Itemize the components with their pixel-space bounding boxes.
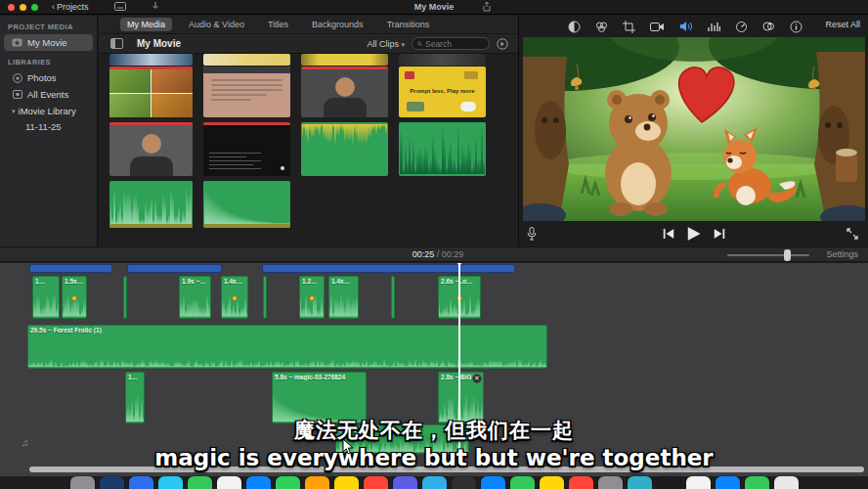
dock-app-icon[interactable]: [540, 476, 564, 489]
dock-app-icon[interactable]: [628, 476, 652, 489]
share-icon[interactable]: [483, 2, 491, 14]
stabilization-icon[interactable]: [650, 22, 665, 32]
dock-app-icon[interactable]: [481, 476, 505, 489]
playhead-marker[interactable]: [455, 263, 464, 266]
dock-app-icon[interactable]: [100, 476, 124, 489]
clip-filter-icon[interactable]: [762, 21, 775, 32]
dock-app-icon[interactable]: [745, 476, 769, 489]
sidebar-item-photos[interactable]: Photos: [0, 69, 97, 86]
media-thumbnail-presenter[interactable]: [301, 67, 388, 117]
all-events-icon: [12, 90, 22, 99]
media-thumbnail-prompt-card[interactable]: Prompt less, Play more: [399, 67, 486, 117]
title-bar-clip[interactable]: [127, 264, 222, 273]
dock-app-icon[interactable]: [452, 476, 476, 489]
clip-filter-dropdown[interactable]: All Clips ▾: [367, 39, 405, 49]
dock-app-icon[interactable]: [393, 476, 417, 489]
media-thumbnail-cartoon-grid[interactable]: [109, 67, 193, 117]
dock-app-icon[interactable]: [305, 476, 329, 489]
import-media-icon[interactable]: [114, 2, 126, 13]
media-thumbnail-audio[interactable]: [399, 122, 486, 176]
media-thumbnail[interactable]: [109, 54, 193, 66]
media-thumbnail-screen-recording[interactable]: [203, 122, 290, 176]
dock-app-icon[interactable]: [246, 476, 271, 489]
dock-app-icon[interactable]: [716, 476, 740, 489]
timeline-clip[interactable]: 29.5s ~ Forest Frolic (1): [27, 325, 547, 369]
sidebar-toggle-icon[interactable]: [110, 38, 123, 49]
timeline-clip[interactable]: 1.5s…: [62, 276, 87, 319]
tab-transitions[interactable]: Transitions: [380, 18, 437, 31]
dock-app-icon[interactable]: [158, 476, 183, 489]
dock-app-icon[interactable]: [686, 476, 711, 489]
media-thumbnail[interactable]: [301, 54, 388, 66]
media-thumbnail-audio[interactable]: [109, 181, 193, 228]
media-thumbnail[interactable]: [203, 54, 290, 66]
skim-playback-icon[interactable]: [497, 38, 508, 50]
minimize-window-button[interactable]: [20, 4, 26, 11]
timeline-settings-button[interactable]: Settings: [826, 249, 858, 259]
dock-app-icon[interactable]: [217, 476, 241, 489]
sidebar-item-my-movie[interactable]: My Movie: [4, 34, 93, 51]
code-text-lines: [203, 150, 290, 169]
reset-all-button[interactable]: Reset All: [825, 20, 860, 29]
download-arrow-icon[interactable]: [152, 2, 159, 13]
timeline-clip[interactable]: 1.2…: [299, 276, 325, 319]
dock-app-icon[interactable]: [276, 476, 300, 489]
dock-app-icon[interactable]: [657, 476, 681, 489]
media-thumbnail-audio[interactable]: [301, 122, 388, 176]
speed-icon[interactable]: [735, 21, 748, 32]
timeline-clip[interactable]: 1.4s…: [221, 276, 248, 319]
dock-app-icon[interactable]: [774, 476, 799, 489]
title-bar-clip[interactable]: [262, 264, 515, 273]
dock-app-icon[interactable]: [422, 476, 447, 489]
timeline-clip[interactable]: [263, 276, 267, 319]
media-thumbnail-presenter[interactable]: [109, 122, 193, 176]
timeline-clip[interactable]: 1.9s ~…: [179, 276, 211, 319]
dock-app-icon[interactable]: [510, 476, 535, 489]
tab-backgrounds[interactable]: Backgrounds: [305, 18, 370, 31]
timeline-clip[interactable]: [391, 276, 395, 319]
timeline-clip[interactable]: 1.4s…: [328, 276, 359, 319]
dock-app-icon[interactable]: [129, 476, 153, 489]
voiceover-mic-icon[interactable]: [527, 227, 537, 241]
tab-my-media[interactable]: My Media: [120, 18, 172, 31]
media-thumbnail-document[interactable]: [203, 67, 290, 117]
clip-info-icon[interactable]: [790, 21, 803, 33]
delete-clip-icon[interactable]: ✕: [472, 374, 482, 383]
fullscreen-icon[interactable]: [846, 228, 858, 240]
previous-frame-button[interactable]: [663, 229, 673, 239]
dock-app-icon[interactable]: [364, 476, 388, 489]
sidebar-item-imovie-library[interactable]: ▾ iMovie Library: [0, 103, 97, 119]
color-correction-icon[interactable]: [595, 21, 608, 33]
dock-app-icon[interactable]: [70, 476, 95, 489]
color-balance-icon[interactable]: [568, 21, 581, 33]
sidebar-item-all-events[interactable]: All Events: [0, 86, 97, 103]
back-to-projects-button[interactable]: ‹ Projects: [52, 2, 89, 12]
dock-app-icon[interactable]: [598, 476, 623, 489]
bear-figure: [605, 90, 672, 216]
adjust-toolbar: [519, 16, 868, 37]
dock-app-icon[interactable]: [188, 476, 212, 489]
volume-icon[interactable]: [679, 21, 693, 32]
noise-reduction-icon[interactable]: [708, 22, 720, 32]
zoom-window-button[interactable]: [31, 4, 38, 11]
media-thumbnail-audio[interactable]: [203, 181, 290, 228]
tab-audio-video[interactable]: Audio & Video: [182, 18, 251, 31]
timeline-clip[interactable]: 1…: [32, 276, 60, 319]
dock-app-icon[interactable]: [569, 476, 593, 489]
dock-app-icon[interactable]: [334, 476, 359, 489]
disclosure-chevron-icon[interactable]: ▾: [12, 108, 16, 115]
title-bar-clip[interactable]: [29, 264, 112, 273]
crop-icon[interactable]: [623, 21, 635, 33]
tab-titles[interactable]: Titles: [261, 18, 295, 31]
next-frame-button[interactable]: [714, 229, 724, 239]
sidebar-item-library-date[interactable]: 11-11-25: [0, 119, 97, 134]
zoom-slider-thumb[interactable]: [784, 249, 791, 261]
close-window-button[interactable]: [8, 4, 15, 11]
media-thumbnail[interactable]: [399, 54, 486, 66]
play-button[interactable]: [687, 227, 700, 241]
search-input[interactable]: [425, 39, 484, 49]
timeline-clip[interactable]: [123, 276, 127, 319]
timeline-zoom-slider[interactable]: [727, 254, 809, 256]
storyboard-grid: [109, 69, 193, 117]
search-field[interactable]: [412, 37, 490, 50]
